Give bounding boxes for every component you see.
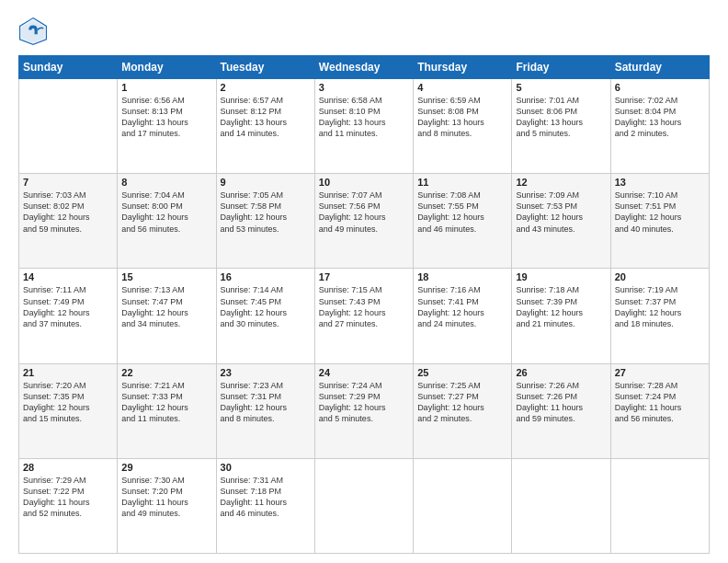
cell-info: Sunrise: 7:10 AM Sunset: 7:51 PM Dayligh… <box>615 190 705 235</box>
day-number: 15 <box>121 271 211 282</box>
calendar-cell-0-5: 5Sunrise: 7:01 AM Sunset: 8:06 PM Daylig… <box>512 79 610 174</box>
calendar-cell-0-2: 2Sunrise: 6:57 AM Sunset: 8:12 PM Daylig… <box>216 79 314 174</box>
weekday-friday: Friday <box>512 56 610 79</box>
day-number: 20 <box>615 271 705 282</box>
day-number: 30 <box>221 462 311 473</box>
cell-info: Sunrise: 7:18 AM Sunset: 7:39 PM Dayligh… <box>516 284 606 329</box>
page: SundayMondayTuesdayWednesdayThursdayFrid… <box>0 0 728 563</box>
calendar-cell-4-1: 29Sunrise: 7:30 AM Sunset: 7:20 PM Dayli… <box>118 458 216 553</box>
header <box>18 17 710 46</box>
calendar-cell-0-1: 1Sunrise: 6:56 AM Sunset: 8:13 PM Daylig… <box>118 79 216 174</box>
day-number: 2 <box>221 82 311 93</box>
calendar-cell-0-4: 4Sunrise: 6:59 AM Sunset: 8:08 PM Daylig… <box>414 79 512 174</box>
calendar-cell-4-4 <box>414 458 512 553</box>
calendar-row-3: 21Sunrise: 7:20 AM Sunset: 7:35 PM Dayli… <box>19 363 710 458</box>
cell-info: Sunrise: 7:21 AM Sunset: 7:33 PM Dayligh… <box>121 380 211 425</box>
day-number: 9 <box>221 177 311 188</box>
weekday-tuesday: Tuesday <box>216 56 314 79</box>
calendar-cell-2-2: 16Sunrise: 7:14 AM Sunset: 7:45 PM Dayli… <box>216 269 314 363</box>
cell-info: Sunrise: 7:20 AM Sunset: 7:35 PM Dayligh… <box>23 380 113 425</box>
cell-info: Sunrise: 6:59 AM Sunset: 8:08 PM Dayligh… <box>417 95 507 140</box>
day-number: 12 <box>516 177 606 188</box>
weekday-saturday: Saturday <box>610 56 709 79</box>
calendar-cell-2-5: 19Sunrise: 7:18 AM Sunset: 7:39 PM Dayli… <box>512 269 610 363</box>
calendar-cell-4-5 <box>512 458 610 553</box>
cell-info: Sunrise: 7:16 AM Sunset: 7:41 PM Dayligh… <box>417 284 507 329</box>
weekday-monday: Monday <box>118 56 216 79</box>
weekday-wednesday: Wednesday <box>314 56 413 79</box>
calendar-cell-1-2: 9Sunrise: 7:05 AM Sunset: 7:58 PM Daylig… <box>216 174 314 269</box>
cell-info: Sunrise: 7:11 AM Sunset: 7:49 PM Dayligh… <box>23 284 113 329</box>
logo <box>18 17 51 46</box>
cell-info: Sunrise: 6:56 AM Sunset: 8:13 PM Dayligh… <box>121 95 211 140</box>
cell-info: Sunrise: 7:01 AM Sunset: 8:06 PM Dayligh… <box>516 95 606 140</box>
day-number: 19 <box>516 271 606 282</box>
cell-info: Sunrise: 7:02 AM Sunset: 8:04 PM Dayligh… <box>615 95 705 140</box>
cell-info: Sunrise: 7:25 AM Sunset: 7:27 PM Dayligh… <box>417 380 507 425</box>
cell-info: Sunrise: 7:19 AM Sunset: 7:37 PM Dayligh… <box>615 284 705 329</box>
calendar-cell-0-6: 6Sunrise: 7:02 AM Sunset: 8:04 PM Daylig… <box>610 79 709 174</box>
calendar-cell-3-0: 21Sunrise: 7:20 AM Sunset: 7:35 PM Dayli… <box>19 363 118 458</box>
cell-info: Sunrise: 7:30 AM Sunset: 7:20 PM Dayligh… <box>121 475 211 520</box>
calendar-cell-2-4: 18Sunrise: 7:16 AM Sunset: 7:41 PM Dayli… <box>414 269 512 363</box>
day-number: 17 <box>319 271 409 282</box>
day-number: 22 <box>121 367 211 378</box>
cell-info: Sunrise: 7:03 AM Sunset: 8:02 PM Dayligh… <box>23 190 113 235</box>
weekday-sunday: Sunday <box>19 56 118 79</box>
calendar-cell-3-1: 22Sunrise: 7:21 AM Sunset: 7:33 PM Dayli… <box>118 363 216 458</box>
cell-info: Sunrise: 7:15 AM Sunset: 7:43 PM Dayligh… <box>319 284 409 329</box>
day-number: 23 <box>221 367 311 378</box>
weekday-header-row: SundayMondayTuesdayWednesdayThursdayFrid… <box>19 56 710 79</box>
day-number: 10 <box>319 177 409 188</box>
calendar-row-0: 1Sunrise: 6:56 AM Sunset: 8:13 PM Daylig… <box>19 79 710 174</box>
calendar-cell-2-1: 15Sunrise: 7:13 AM Sunset: 7:47 PM Dayli… <box>118 269 216 363</box>
day-number: 11 <box>417 177 507 188</box>
calendar-row-2: 14Sunrise: 7:11 AM Sunset: 7:49 PM Dayli… <box>19 269 710 363</box>
cell-info: Sunrise: 7:26 AM Sunset: 7:26 PM Dayligh… <box>516 380 606 425</box>
day-number: 4 <box>417 82 507 93</box>
calendar-cell-1-0: 7Sunrise: 7:03 AM Sunset: 8:02 PM Daylig… <box>19 174 118 269</box>
calendar-cell-4-0: 28Sunrise: 7:29 AM Sunset: 7:22 PM Dayli… <box>19 458 118 553</box>
cell-info: Sunrise: 6:57 AM Sunset: 8:12 PM Dayligh… <box>221 95 311 140</box>
cell-info: Sunrise: 7:24 AM Sunset: 7:29 PM Dayligh… <box>319 380 409 425</box>
day-number: 29 <box>121 462 211 473</box>
day-number: 1 <box>121 82 211 93</box>
calendar-cell-0-3: 3Sunrise: 6:58 AM Sunset: 8:10 PM Daylig… <box>314 79 413 174</box>
day-number: 25 <box>417 367 507 378</box>
calendar-cell-3-6: 27Sunrise: 7:28 AM Sunset: 7:24 PM Dayli… <box>610 363 709 458</box>
cell-info: Sunrise: 7:28 AM Sunset: 7:24 PM Dayligh… <box>615 380 705 425</box>
calendar-table: SundayMondayTuesdayWednesdayThursdayFrid… <box>18 55 710 554</box>
calendar-cell-1-1: 8Sunrise: 7:04 AM Sunset: 8:00 PM Daylig… <box>118 174 216 269</box>
calendar-cell-3-4: 25Sunrise: 7:25 AM Sunset: 7:27 PM Dayli… <box>414 363 512 458</box>
day-number: 16 <box>221 271 311 282</box>
calendar-cell-2-0: 14Sunrise: 7:11 AM Sunset: 7:49 PM Dayli… <box>19 269 118 363</box>
calendar-cell-4-2: 30Sunrise: 7:31 AM Sunset: 7:18 PM Dayli… <box>216 458 314 553</box>
calendar-cell-1-6: 13Sunrise: 7:10 AM Sunset: 7:51 PM Dayli… <box>610 174 709 269</box>
day-number: 18 <box>417 271 507 282</box>
calendar-cell-2-6: 20Sunrise: 7:19 AM Sunset: 7:37 PM Dayli… <box>610 269 709 363</box>
calendar-cell-4-6 <box>610 458 709 553</box>
cell-info: Sunrise: 7:13 AM Sunset: 7:47 PM Dayligh… <box>121 284 211 329</box>
calendar-cell-3-2: 23Sunrise: 7:23 AM Sunset: 7:31 PM Dayli… <box>216 363 314 458</box>
calendar-cell-1-5: 12Sunrise: 7:09 AM Sunset: 7:53 PM Dayli… <box>512 174 610 269</box>
day-number: 14 <box>23 271 113 282</box>
cell-info: Sunrise: 7:14 AM Sunset: 7:45 PM Dayligh… <box>221 284 311 329</box>
calendar-row-1: 7Sunrise: 7:03 AM Sunset: 8:02 PM Daylig… <box>19 174 710 269</box>
day-number: 6 <box>615 82 705 93</box>
cell-info: Sunrise: 6:58 AM Sunset: 8:10 PM Dayligh… <box>319 95 409 140</box>
cell-info: Sunrise: 7:31 AM Sunset: 7:18 PM Dayligh… <box>221 475 311 520</box>
calendar-cell-0-0 <box>19 79 118 174</box>
weekday-thursday: Thursday <box>414 56 512 79</box>
calendar-cell-3-3: 24Sunrise: 7:24 AM Sunset: 7:29 PM Dayli… <box>314 363 413 458</box>
cell-info: Sunrise: 7:07 AM Sunset: 7:56 PM Dayligh… <box>319 190 409 235</box>
day-number: 13 <box>615 177 705 188</box>
cell-info: Sunrise: 7:05 AM Sunset: 7:58 PM Dayligh… <box>221 190 311 235</box>
cell-info: Sunrise: 7:04 AM Sunset: 8:00 PM Dayligh… <box>121 190 211 235</box>
day-number: 3 <box>319 82 409 93</box>
day-number: 7 <box>23 177 113 188</box>
calendar-cell-2-3: 17Sunrise: 7:15 AM Sunset: 7:43 PM Dayli… <box>314 269 413 363</box>
cell-info: Sunrise: 7:29 AM Sunset: 7:22 PM Dayligh… <box>23 475 113 520</box>
calendar-cell-4-3 <box>314 458 413 553</box>
cell-info: Sunrise: 7:08 AM Sunset: 7:55 PM Dayligh… <box>417 190 507 235</box>
day-number: 28 <box>23 462 113 473</box>
